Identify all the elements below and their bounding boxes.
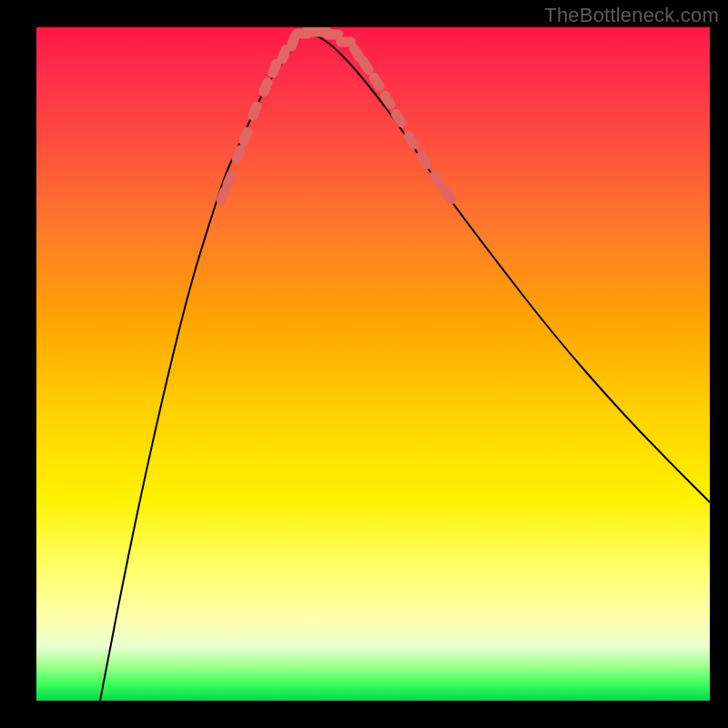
curve-layer (36, 27, 710, 701)
curve-left-branch (100, 32, 305, 701)
watermark-text: TheBottleneck.com (544, 4, 719, 27)
data-markers (215, 27, 458, 207)
curve-right-branch (305, 32, 710, 502)
marker-capsule (247, 100, 263, 123)
plot-area (36, 27, 710, 701)
marker-capsule (230, 144, 247, 167)
chart-frame: TheBottleneck.com (0, 0, 728, 728)
marker-capsule (389, 107, 409, 129)
marker-capsule (402, 129, 421, 151)
